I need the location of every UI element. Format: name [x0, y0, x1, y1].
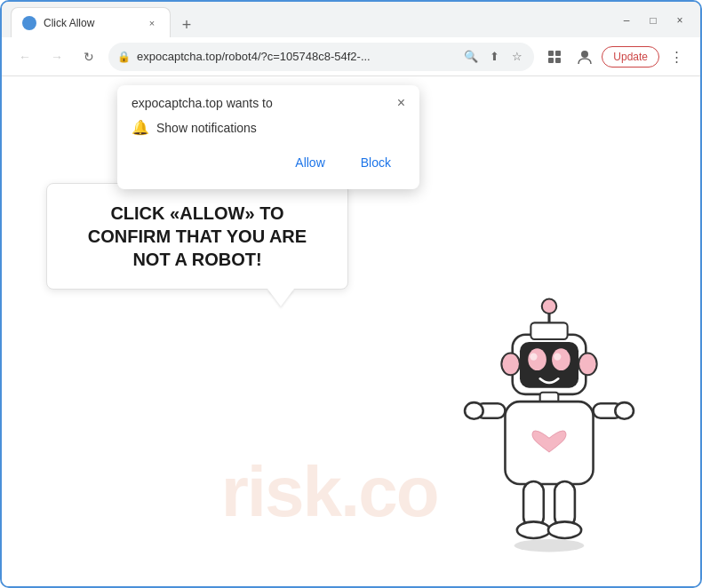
extensions-icon[interactable]: [541, 44, 568, 70]
back-button[interactable]: ←: [12, 44, 37, 69]
address-bar: ← → ↻ 🔒 🔍 ⬆ ☆: [2, 37, 700, 76]
svg-rect-25: [554, 481, 575, 528]
notification-popup: expocaptcha.top wants to × 🔔 Show notifi…: [117, 85, 419, 189]
svg-point-12: [528, 348, 546, 370]
svg-point-15: [554, 353, 561, 360]
svg-point-7: [542, 299, 557, 314]
svg-point-24: [517, 521, 550, 538]
bell-icon: 🔔: [132, 119, 149, 136]
svg-point-22: [615, 402, 634, 419]
address-actions: 🔍 ⬆ ☆: [461, 47, 527, 67]
block-button[interactable]: Block: [347, 150, 405, 175]
title-bar: Click Allow × + – □ ×: [2, 2, 700, 37]
svg-rect-1: [548, 51, 554, 56]
allow-button[interactable]: Allow: [281, 150, 339, 175]
speech-bubble: CLICK «ALLOW» TO CONFIRM THAT YOU ARE NO…: [46, 183, 348, 290]
svg-rect-23: [523, 481, 544, 528]
popup-close-button[interactable]: ×: [397, 96, 405, 110]
svg-point-26: [548, 521, 581, 538]
menu-button[interactable]: ⋮: [663, 44, 690, 70]
profile-icon[interactable]: [571, 44, 598, 70]
svg-point-13: [552, 348, 570, 370]
refresh-button[interactable]: ↻: [76, 44, 101, 69]
svg-point-27: [515, 539, 584, 552]
tab-favicon: [22, 16, 36, 30]
svg-rect-2: [555, 51, 561, 56]
watermark: risk.co: [221, 451, 438, 533]
popup-header: expocaptcha.top wants to ×: [132, 96, 405, 110]
svg-point-0: [25, 19, 34, 28]
new-tab-button[interactable]: +: [174, 12, 199, 37]
notification-label: Show notifications: [156, 121, 257, 135]
svg-point-5: [581, 51, 588, 58]
tab-close-button[interactable]: ×: [145, 16, 159, 30]
toolbar-right: Update ⋮: [541, 44, 690, 70]
forward-button[interactable]: →: [44, 44, 69, 69]
svg-rect-11: [520, 342, 578, 388]
address-input-wrap: 🔒 🔍 ⬆ ☆: [108, 43, 534, 71]
speech-bubble-text: CLICK «ALLOW» TO CONFIRM THAT YOU ARE NO…: [74, 202, 321, 271]
svg-rect-16: [530, 322, 567, 339]
svg-rect-3: [548, 58, 554, 63]
browser-tab[interactable]: Click Allow ×: [11, 7, 171, 37]
svg-rect-4: [555, 58, 561, 63]
notification-row: 🔔 Show notifications: [132, 119, 405, 136]
popup-buttons: Allow Block: [132, 150, 405, 175]
share-icon[interactable]: ⬆: [484, 47, 504, 67]
svg-point-14: [530, 353, 537, 360]
maximize-button[interactable]: □: [642, 11, 665, 30]
browser-window: Click Allow × + – □ × ← → ↻ 🔒 🔍 ⬆ ☆: [0, 0, 702, 588]
search-icon[interactable]: 🔍: [461, 47, 481, 67]
robot-illustration: [434, 284, 665, 568]
lock-icon: 🔒: [117, 51, 131, 63]
svg-point-20: [465, 402, 483, 419]
update-button[interactable]: Update: [602, 46, 659, 68]
tab-bar: Click Allow × +: [11, 7, 615, 37]
svg-point-9: [501, 353, 520, 375]
window-controls: – □ ×: [615, 11, 691, 34]
bookmark-icon[interactable]: ☆: [507, 47, 527, 67]
minimize-button[interactable]: –: [615, 11, 638, 30]
svg-point-10: [578, 353, 597, 375]
tab-title: Click Allow: [44, 17, 138, 29]
page-content: risk.co expocaptcha.top wants to × 🔔 Sho…: [2, 76, 700, 586]
close-button[interactable]: ×: [668, 11, 691, 30]
popup-title: expocaptcha.top wants to: [132, 96, 273, 110]
